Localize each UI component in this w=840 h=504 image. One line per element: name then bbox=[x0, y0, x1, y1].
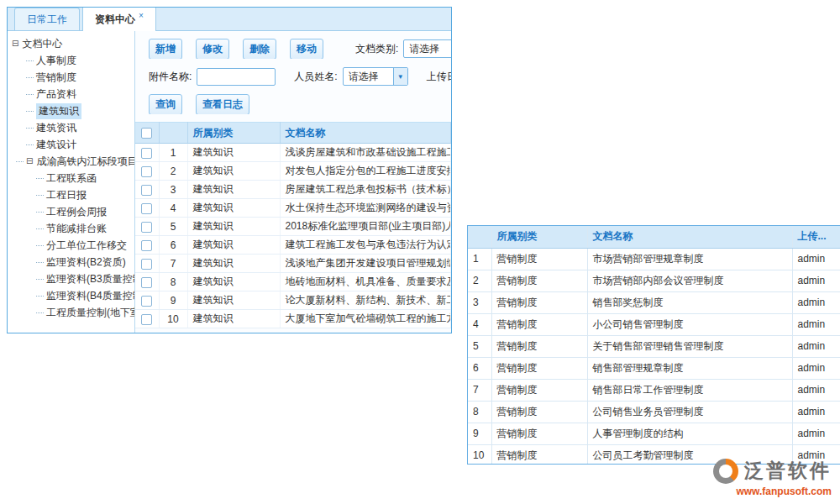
row-number: 8 bbox=[468, 401, 491, 423]
expand-collapse-icon[interactable]: ⊟ bbox=[26, 157, 33, 165]
marketing-table-row[interactable]: 2营销制度市场营销部内部会议管理制度admin bbox=[468, 270, 840, 291]
doc-category-select[interactable]: 请选择 ▼ bbox=[403, 39, 451, 58]
row-doc-name[interactable]: 销售部奖惩制度 bbox=[587, 291, 792, 313]
sidebar-item[interactable]: 建筑资讯 bbox=[8, 119, 134, 136]
row-checkbox[interactable] bbox=[141, 240, 152, 251]
row-uploader: admin bbox=[792, 270, 840, 291]
sidebar-item[interactable]: 工程日报 bbox=[8, 186, 134, 203]
row-doc-name[interactable]: 市场营销部管理规章制度 bbox=[587, 248, 792, 270]
fanpu-logo-icon bbox=[713, 459, 738, 484]
doc-table-row[interactable]: 5建筑知识2018标准化监理项目部(业主项目部)人员... bbox=[135, 218, 451, 236]
row-checkbox[interactable] bbox=[141, 314, 152, 325]
doc-table-row[interactable]: 6建筑知识建筑工程施工发包与承包违法行为认定... bbox=[135, 236, 451, 255]
doc-table-row[interactable]: 7建筑知识浅谈地产集团开发建设项目管理规划编... bbox=[135, 255, 451, 273]
sidebar-item[interactable]: 建筑知识 bbox=[8, 102, 134, 119]
person-name-value: 请选择 bbox=[344, 70, 393, 84]
expand-collapse-icon[interactable]: ⊟ bbox=[12, 39, 18, 48]
row-number: 4 bbox=[159, 199, 187, 218]
sidebar-item[interactable]: 工程联系函 bbox=[8, 170, 134, 186]
upload-date-label: 上传日期 bbox=[427, 70, 451, 84]
tab-daily-work[interactable]: 日常工作 bbox=[14, 8, 80, 30]
select-all-checkbox[interactable] bbox=[141, 128, 152, 139]
row-checkbox[interactable] bbox=[141, 277, 152, 288]
row-doc-name[interactable]: 2018标准化监理项目部(业主项目部)人员... bbox=[280, 218, 451, 236]
row-doc-name[interactable]: 地砖地面材料、机具准备、质量要求及... bbox=[280, 273, 451, 291]
sidebar-item[interactable]: 建筑设计 bbox=[8, 136, 134, 153]
row-uploader: admin bbox=[792, 379, 840, 401]
row-number: 5 bbox=[159, 218, 187, 236]
sidebar-item[interactable]: ⊟成渝高铁内江标段项目 bbox=[8, 153, 134, 170]
marketing-table-row[interactable]: 9营销制度人事管理制度的结构admin bbox=[468, 423, 840, 444]
row-doc-name[interactable]: 大厦地下室加气砼墙砌筑工程的施工方... bbox=[280, 310, 451, 328]
documents-table-header: 所属别类 文档名称 bbox=[135, 123, 451, 144]
sidebar-item[interactable]: 监理资料(B4质量控制) bbox=[8, 287, 134, 304]
sidebar-item-label: 节能减排台账 bbox=[46, 222, 107, 236]
row-category: 营销制度 bbox=[491, 313, 587, 335]
row-doc-name[interactable]: 人事管理制度的结构 bbox=[587, 423, 792, 444]
doc-table-row[interactable]: 1建筑知识浅谈房屋建筑和市政基础设施工程施工... bbox=[135, 144, 451, 162]
sidebar-item[interactable]: 产品资料 bbox=[8, 86, 134, 102]
move-button[interactable]: 移动 bbox=[290, 39, 323, 59]
doc-table-row[interactable]: 3建筑知识房屋建筑工程总承包投标书（技术标）... bbox=[135, 181, 451, 199]
marketing-table-row[interactable]: 5营销制度关于销售部管理销售管理制度admin bbox=[468, 335, 840, 357]
doc-table-row[interactable]: 2建筑知识对发包人指定分包的工程施工进度安排... bbox=[135, 162, 451, 181]
sidebar-item[interactable]: 人事制度 bbox=[8, 52, 134, 69]
row-doc-name[interactable]: 水土保持生态环境监测网络的建设与资... bbox=[280, 199, 451, 218]
modify-button[interactable]: 修改 bbox=[196, 39, 229, 59]
row-doc-name[interactable]: 销售部日常工作管理制度 bbox=[587, 379, 792, 401]
row-doc-name[interactable]: 关于销售部管理销售管理制度 bbox=[587, 335, 792, 357]
row-doc-name[interactable]: 浅谈房屋建筑和市政基础设施工程施工... bbox=[280, 144, 451, 162]
marketing-table-row[interactable]: 1营销制度市场营销部管理规章制度admin bbox=[468, 248, 840, 270]
fanpu-logo-text: 泛普软件 bbox=[744, 458, 832, 484]
row-doc-name[interactable]: 论大厦新材料、新结构、新技术、新工... bbox=[280, 291, 451, 310]
row-doc-name[interactable]: 对发包人指定分包的工程施工进度安排... bbox=[280, 162, 451, 181]
row-uploader: admin bbox=[792, 248, 840, 270]
marketing-table-row[interactable]: 3营销制度销售部奖惩制度admin bbox=[468, 291, 840, 313]
doc-table-row[interactable]: 4建筑知识水土保持生态环境监测网络的建设与资... bbox=[135, 199, 451, 218]
row-doc-name[interactable]: 浅谈地产集团开发建设项目管理规划编... bbox=[280, 255, 451, 273]
sidebar-item[interactable]: 监理资料(B3质量控制) bbox=[8, 270, 134, 287]
view-log-button[interactable]: 查看日志 bbox=[196, 94, 249, 114]
tab-data-center[interactable]: 资料中心× bbox=[82, 7, 156, 31]
row-doc-name[interactable]: 小公司销售管理制度 bbox=[587, 313, 792, 335]
row-category: 营销制度 bbox=[491, 357, 587, 379]
marketing-table-row[interactable]: 7营销制度销售部日常工作管理制度admin bbox=[468, 379, 840, 401]
sidebar-item[interactable]: 工程例会周报 bbox=[8, 203, 134, 220]
row-doc-name[interactable]: 市场营销部内部会议管理制度 bbox=[587, 270, 792, 291]
toolbar-row-query: 查询 查看日志 bbox=[149, 94, 451, 114]
sidebar-item[interactable]: ⊟文档中心 bbox=[8, 35, 134, 52]
sidebar-item[interactable]: 工程质量控制(地下室) bbox=[8, 304, 134, 321]
row-doc-name[interactable]: 销售部管理规章制度 bbox=[587, 357, 792, 379]
row-checkbox[interactable] bbox=[141, 185, 152, 196]
add-button[interactable]: 新增 bbox=[149, 39, 182, 59]
marketing-table-row[interactable]: 8营销制度公司销售业务员管理制度admin bbox=[468, 401, 840, 423]
doc-table-row[interactable]: 8建筑知识地砖地面材料、机具准备、质量要求及... bbox=[135, 273, 451, 291]
row-number: 10 bbox=[468, 444, 491, 465]
row-checkbox[interactable] bbox=[141, 166, 152, 177]
sidebar-item[interactable]: 监理资料(B2资质) bbox=[8, 254, 134, 270]
marketing-table-row[interactable]: 4营销制度小公司销售管理制度admin bbox=[468, 313, 840, 335]
row-checkbox[interactable] bbox=[141, 203, 152, 214]
doc-table-row[interactable]: 10建筑知识大厦地下室加气砼墙砌筑工程的施工方... bbox=[135, 310, 451, 328]
doc-table-row[interactable]: 9建筑知识论大厦新材料、新结构、新技术、新工... bbox=[135, 291, 451, 310]
row-checkbox[interactable] bbox=[141, 148, 152, 159]
row-doc-name[interactable]: 公司销售业务员管理制度 bbox=[587, 401, 792, 423]
sidebar-item[interactable]: 节能减排台账 bbox=[8, 220, 134, 237]
marketing-table-row[interactable]: 6营销制度销售部管理规章制度admin bbox=[468, 357, 840, 379]
marketing-table: 所属别类 文档名称 上传... 1营销制度市场营销部管理规章制度admin2营销… bbox=[468, 226, 840, 465]
sidebar-item-label: 监理资料(B3质量控制) bbox=[46, 272, 135, 286]
row-checkbox[interactable] bbox=[141, 259, 152, 270]
sidebar-item[interactable]: 分工单位工作移交 bbox=[8, 237, 134, 254]
row-doc-name[interactable]: 建筑工程施工发包与承包违法行为认定... bbox=[280, 236, 451, 255]
sidebar-item[interactable]: 营销制度 bbox=[8, 69, 134, 86]
query-button[interactable]: 查询 bbox=[149, 94, 182, 114]
person-name-select[interactable]: 请选择 ▼ bbox=[343, 67, 408, 86]
delete-button[interactable]: 删除 bbox=[243, 39, 276, 59]
docs-table-body: 1建筑知识浅谈房屋建筑和市政基础设施工程施工...2建筑知识对发包人指定分包的工… bbox=[135, 144, 451, 328]
screenshot-stage: 日常工作 资料中心× ⊟文档中心人事制度营销制度产品资料建筑知识建筑资讯建筑设计… bbox=[0, 0, 840, 504]
row-checkbox[interactable] bbox=[141, 296, 152, 307]
row-checkbox[interactable] bbox=[141, 222, 152, 233]
close-tab-icon[interactable]: × bbox=[139, 11, 144, 20]
row-doc-name[interactable]: 房屋建筑工程总承包投标书（技术标）... bbox=[280, 181, 451, 199]
attachment-name-input[interactable] bbox=[197, 68, 276, 86]
